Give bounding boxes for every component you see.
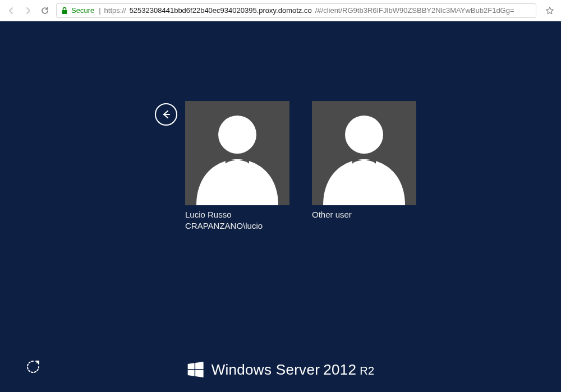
svg-point-3 — [345, 116, 383, 154]
switch-user-back-button[interactable] — [155, 103, 177, 126]
svg-marker-6 — [188, 370, 195, 376]
avatar — [312, 101, 416, 205]
brand-product: Windows Server — [211, 361, 320, 379]
svg-marker-7 — [195, 370, 204, 378]
brand-year: 2012 — [323, 361, 356, 379]
user-domain-login: CRAPANZANO\lucio — [185, 221, 289, 230]
back-button[interactable] — [6, 5, 17, 16]
windows-logo-icon — [187, 361, 205, 379]
user-display-name: Lucio Russo — [185, 210, 289, 219]
reload-button[interactable] — [39, 5, 50, 16]
ease-of-access-icon — [26, 359, 40, 374]
os-branding: Windows Server 2012 R2 — [187, 361, 375, 379]
user-tile-other[interactable]: Other user — [312, 101, 416, 230]
user-silhouette-icon — [185, 101, 289, 205]
svg-marker-5 — [195, 362, 204, 369]
url-separator: | — [99, 6, 100, 15]
address-bar[interactable]: Secure | https:// 52532308441bbd6f22b40e… — [56, 3, 536, 18]
url-path: /#/client/RG9tb3R6IFJlbW90ZSBBY2Nlc3MAYw… — [315, 6, 514, 15]
lock-icon — [61, 7, 68, 15]
user-display-name: Other user — [312, 210, 416, 219]
brand-suffix: R2 — [360, 365, 374, 377]
bookmark-star-button[interactable] — [544, 5, 555, 16]
svg-point-2 — [218, 116, 256, 154]
login-screen: Lucio Russo CRAPANZANO\lucio Other user — [0, 21, 561, 392]
secure-label: Secure — [71, 6, 94, 15]
svg-marker-4 — [188, 363, 195, 369]
user-tile-lucio[interactable]: Lucio Russo CRAPANZANO\lucio — [185, 101, 289, 230]
browser-toolbar: Secure | https:// 52532308441bbd6f22b40e… — [0, 0, 561, 21]
ease-of-access-button[interactable] — [25, 358, 42, 375]
avatar — [185, 101, 289, 205]
user-tiles: Lucio Russo CRAPANZANO\lucio Other user — [185, 101, 416, 230]
forward-button[interactable] — [22, 5, 34, 16]
arrow-left-icon — [160, 108, 172, 121]
url-host: 52532308441bbd6f22b40ec934020395.proxy.d… — [130, 6, 312, 15]
user-silhouette-icon — [312, 101, 416, 205]
svg-rect-0 — [62, 10, 67, 14]
url-scheme: https:// — [104, 6, 126, 15]
